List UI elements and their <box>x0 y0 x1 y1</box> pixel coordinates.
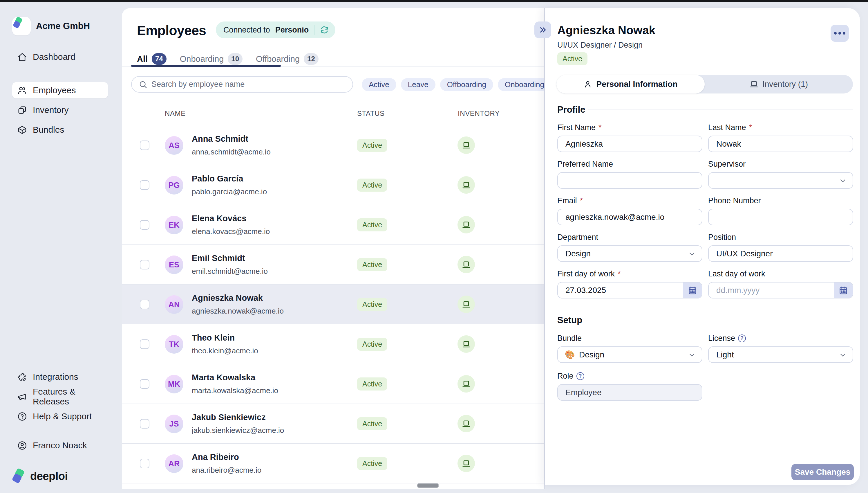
calendar-icon <box>688 286 697 295</box>
tab-offboarding[interactable]: Offboarding 12 <box>256 53 319 65</box>
list-tabs: All 74 Onboarding 10 Offboarding 12 <box>137 53 319 65</box>
role-input <box>558 388 702 397</box>
supervisor-select[interactable] <box>708 172 853 189</box>
sidebar-item-help-support[interactable]: Help & Support <box>12 408 108 425</box>
tab-onboarding[interactable]: Onboarding 10 <box>180 53 243 65</box>
sidebar-item-features-releases[interactable]: Features & Releases <box>12 388 108 405</box>
bundle-select[interactable]: 🎨 <box>557 346 702 363</box>
tab-personal-information[interactable]: Personal Information <box>556 75 705 93</box>
calendar-button[interactable] <box>834 282 853 298</box>
collapse-panel-button[interactable] <box>534 21 551 38</box>
employee-name: Theo Klein <box>192 333 258 343</box>
inventory-indicator[interactable] <box>457 296 475 313</box>
role-help-icon[interactable]: ? <box>576 372 584 380</box>
status-badge: Active <box>357 457 387 470</box>
chevron-down-icon <box>839 177 847 185</box>
row-checkbox[interactable] <box>140 180 150 190</box>
filter-offboarding[interactable]: Offboarding <box>440 78 493 91</box>
inventory-indicator[interactable] <box>457 256 475 273</box>
employee-name: Elena Kovács <box>192 214 270 223</box>
calendar-button[interactable] <box>683 282 702 298</box>
table-row[interactable]: JSJakub Sienkiewiczjakub.sienkiewicz@acm… <box>122 404 545 444</box>
deeploi-logo-icon <box>12 469 27 484</box>
row-checkbox[interactable] <box>140 379 150 389</box>
filter-active[interactable]: Active <box>362 78 396 91</box>
tab-all[interactable]: All 74 <box>137 53 166 65</box>
license-select[interactable] <box>708 346 853 363</box>
first-day-input[interactable] <box>558 286 702 295</box>
inventory-indicator[interactable] <box>457 375 475 392</box>
last-name-input[interactable] <box>709 140 853 149</box>
employee-name: Agnieszka Nowak <box>557 24 655 37</box>
laptop-icon <box>750 80 758 89</box>
field-email: Email* <box>557 196 702 233</box>
sidebar-item-inventory[interactable]: Inventory <box>12 102 108 118</box>
avatar: AN <box>165 295 183 314</box>
inventory-indicator[interactable] <box>457 415 475 432</box>
row-checkbox[interactable] <box>140 419 150 429</box>
inventory-indicator[interactable] <box>457 455 475 472</box>
row-checkbox[interactable] <box>140 459 150 468</box>
row-checkbox[interactable] <box>140 300 150 309</box>
chevrons-right-icon <box>539 25 547 34</box>
employee-name: Emil Schmidt <box>192 254 268 263</box>
field-phone: Phone Number <box>708 196 853 233</box>
table-row[interactable]: TKTheo Kleintheo.klein@acme.ioActive <box>122 324 545 364</box>
table-row[interactable]: ESEmil Schmidtemil.schmidt@acme.ioActive <box>122 245 545 284</box>
position-input[interactable] <box>709 249 853 258</box>
more-actions-button[interactable] <box>830 25 849 42</box>
inventory-indicator[interactable] <box>457 216 475 233</box>
laptop-icon <box>461 379 471 388</box>
department-select[interactable] <box>557 245 702 262</box>
sidebar-item-bundles[interactable]: Bundles <box>12 122 108 138</box>
avatar-initials: TK <box>169 340 179 349</box>
sync-icon[interactable] <box>320 25 329 35</box>
row-checkbox[interactable] <box>140 220 150 230</box>
table-row[interactable]: ASAnna Schmidtanna.schmidt@acme.ioActive <box>122 125 545 165</box>
inventory-indicator[interactable] <box>457 176 475 194</box>
status-badge: Active <box>357 338 387 351</box>
status-badge: Active <box>357 298 387 311</box>
last-day-input[interactable] <box>709 286 853 295</box>
avatar-initials: MK <box>168 380 180 389</box>
table-row[interactable]: ARAna Ribeiroana.ribeiro@acme.ioActive <box>122 444 545 484</box>
workspace-name: Acme GmbH <box>36 21 90 31</box>
table-row[interactable]: MKMarta Kowalskamarta.kowalska@acme.ioAc… <box>122 364 545 404</box>
filter-bar: Active Leave Offboarding Onboarding More… <box>362 78 545 91</box>
table-row[interactable]: EKElena Kovácselena.kovacs@acme.ioActive <box>122 205 545 245</box>
row-checkbox[interactable] <box>140 141 150 150</box>
row-checkbox[interactable] <box>140 339 150 349</box>
sidebar-item-dashboard[interactable]: Dashboard <box>12 49 108 65</box>
tab-inventory[interactable]: Inventory (1) <box>705 75 853 93</box>
app-screen: Acme GmbH Dashboard Employees Inventory … <box>0 0 868 493</box>
sidebar-item-employees[interactable]: Employees <box>12 82 108 99</box>
filter-onboarding[interactable]: Onboarding <box>498 78 545 91</box>
inventory-indicator[interactable] <box>457 335 475 353</box>
column-name: NAME <box>165 109 186 117</box>
table-row[interactable]: ANAgnieszka Nowakagnieszka.nowak@acme.io… <box>122 284 545 324</box>
sidebar-user-menu[interactable]: Franco Noack <box>12 437 108 453</box>
table-row[interactable]: PGPablo Garcíapablo.garcia@acme.ioActive <box>122 165 545 205</box>
row-checkbox[interactable] <box>140 260 150 270</box>
email-input[interactable] <box>558 213 702 222</box>
employee-search[interactable] <box>131 76 353 93</box>
employee-name: Anna Schmidt <box>192 134 271 144</box>
status-badge: Active <box>357 139 387 152</box>
status-badge: Active <box>357 378 387 390</box>
status-badge: Active <box>357 178 387 192</box>
sidebar-item-integrations[interactable]: Integrations <box>12 369 108 385</box>
preferred-name-input[interactable] <box>558 176 702 185</box>
inventory-indicator[interactable] <box>457 136 475 154</box>
license-help-icon[interactable]: ? <box>738 335 746 342</box>
save-changes-button[interactable]: Save Changes <box>792 464 854 480</box>
phone-input[interactable] <box>709 213 853 222</box>
employee-email: anna.schmidt@acme.io <box>192 148 271 156</box>
avatar: JS <box>165 414 183 433</box>
horizontal-scrollbar[interactable] <box>417 483 439 488</box>
first-name-input[interactable] <box>558 140 702 149</box>
employee-name: Ana Ribeiro <box>192 452 261 462</box>
filter-leave[interactable]: Leave <box>401 78 435 91</box>
search-input[interactable] <box>152 80 345 89</box>
status-badge: Active <box>557 52 588 65</box>
sidebar-divider <box>12 431 108 431</box>
